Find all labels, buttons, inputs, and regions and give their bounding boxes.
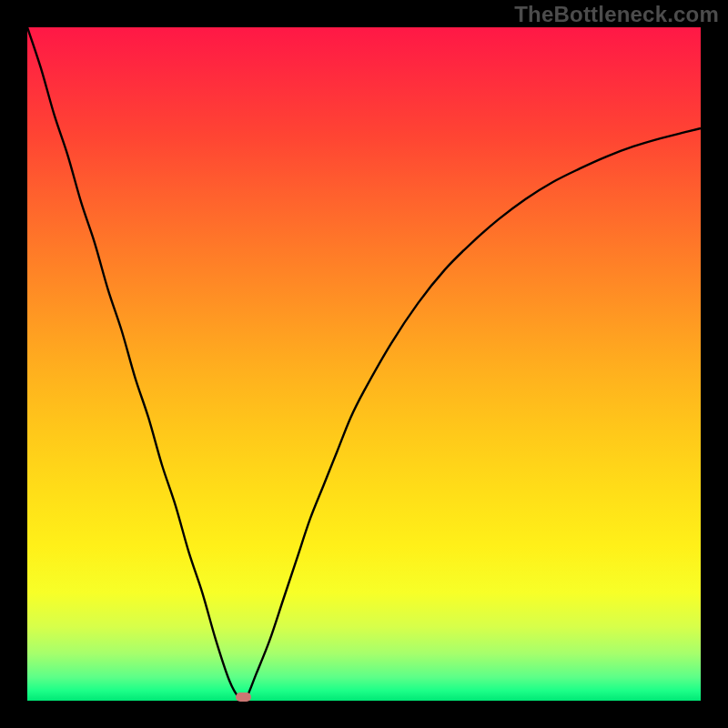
minimum-marker [236,693,251,702]
curve-path [27,27,701,701]
watermark-text: TheBottleneck.com [514,2,719,27]
bottleneck-curve [27,27,701,701]
chart-frame: TheBottleneck.com [0,0,728,728]
plot-area [27,27,701,701]
